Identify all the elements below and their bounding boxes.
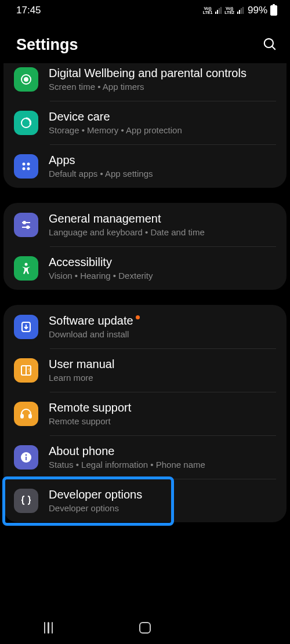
settings-item-subtitle: Vision • Hearing • Dexterity [49, 271, 276, 281]
update-icon [14, 315, 38, 339]
settings-group: Software updateDownload and install?User… [3, 305, 287, 522]
battery-percent: 99% [248, 5, 267, 16]
settings-item-subtitle: Learn more [49, 373, 276, 383]
settings-item-subtitle: Language and keyboard • Date and time [49, 227, 276, 237]
back-icon [219, 605, 265, 644]
update-badge [136, 315, 140, 319]
settings-item-subtitle: Default apps • App settings [49, 169, 276, 179]
svg-text:?: ? [28, 368, 31, 373]
svg-rect-23 [26, 457, 27, 460]
sim2-label: Vo)) LTE2 [224, 6, 234, 14]
svg-point-12 [27, 226, 29, 228]
sliders-icon [14, 213, 38, 237]
braces-icon [14, 489, 38, 513]
svg-line-1 [272, 46, 275, 49]
settings-item-subtitle: Remote support [49, 416, 276, 426]
settings-item-title: About phone [49, 445, 114, 458]
svg-point-3 [24, 78, 28, 81]
settings-item-title: Apps [49, 154, 75, 167]
recents-icon [44, 622, 53, 634]
svg-point-22 [26, 454, 27, 456]
settings-group: General managementLanguage and keyboard … [3, 203, 287, 290]
svg-point-6 [27, 162, 30, 165]
settings-item-title: Remote support [49, 401, 131, 414]
sim1-label: Vo)) LTE1 [203, 6, 213, 14]
settings-item-subtitle: Screen time • App timers [49, 82, 276, 92]
svg-point-13 [25, 263, 28, 265]
svg-rect-19 [21, 414, 23, 418]
search-icon [262, 37, 277, 52]
settings-item-title: Device care [49, 110, 110, 123]
battery-icon [270, 5, 277, 16]
headset-icon [14, 402, 38, 426]
settings-group: Digital Wellbeing and parental controlsS… [3, 63, 287, 188]
settings-item[interactable]: About phoneStatus • Legal information • … [3, 435, 287, 479]
navigation-bar [0, 612, 290, 644]
home-icon [139, 622, 151, 634]
svg-point-8 [27, 167, 30, 170]
settings-item-title: User manual [49, 358, 114, 371]
nav-recents-button[interactable] [25, 622, 71, 634]
svg-point-7 [23, 167, 26, 170]
settings-item-subtitle: Developer options [49, 503, 276, 513]
nav-back-button[interactable] [219, 605, 265, 644]
settings-item-title: General management [49, 212, 161, 225]
settings-list: Digital Wellbeing and parental controlsS… [0, 63, 290, 522]
settings-item[interactable]: Developer optionsDeveloper options [3, 479, 287, 522]
accessibility-icon [14, 256, 38, 281]
settings-item-subtitle: Status • Legal information • Phone name [49, 460, 276, 470]
settings-item-title: Developer options [49, 488, 142, 501]
settings-item[interactable]: AccessibilityVision • Hearing • Dexterit… [3, 246, 287, 290]
status-right: Vo)) LTE1 Vo)) LTE2 99% [203, 5, 277, 16]
settings-item[interactable]: AppsDefault apps • App settings [3, 144, 287, 188]
svg-rect-20 [29, 414, 31, 418]
settings-item[interactable]: ?User manualLearn more [3, 348, 287, 392]
signal-icon [215, 7, 222, 14]
settings-item-title: Software update [49, 314, 140, 328]
apps-icon [14, 154, 38, 179]
page-header: Settings [0, 20, 290, 67]
devicecare-icon [14, 111, 38, 135]
nav-home-button[interactable] [122, 622, 168, 634]
wellbeing-icon [14, 67, 38, 92]
info-icon [14, 445, 38, 470]
svg-point-5 [23, 162, 26, 165]
svg-point-10 [23, 221, 26, 224]
status-time: 17:45 [16, 5, 41, 16]
signal-icon [237, 7, 244, 14]
svg-point-0 [264, 38, 273, 47]
search-button[interactable] [262, 37, 277, 54]
settings-item-title: Accessibility [49, 256, 112, 269]
settings-item-subtitle: Storage • Memory • App protection [49, 125, 276, 135]
settings-item[interactable]: Digital Wellbeing and parental controlsS… [3, 63, 287, 101]
manual-icon: ? [14, 358, 38, 383]
settings-item-subtitle: Download and install [49, 329, 276, 339]
settings-item-title: Digital Wellbeing and parental controls [49, 67, 246, 80]
page-title: Settings [16, 36, 78, 54]
settings-item[interactable]: Remote supportRemote support [3, 392, 287, 435]
settings-item[interactable]: Device careStorage • Memory • App protec… [3, 101, 287, 144]
status-bar: 17:45 Vo)) LTE1 Vo)) LTE2 99% [0, 0, 290, 20]
settings-item[interactable]: General managementLanguage and keyboard … [3, 203, 287, 246]
settings-item[interactable]: Software updateDownload and install [3, 305, 287, 348]
